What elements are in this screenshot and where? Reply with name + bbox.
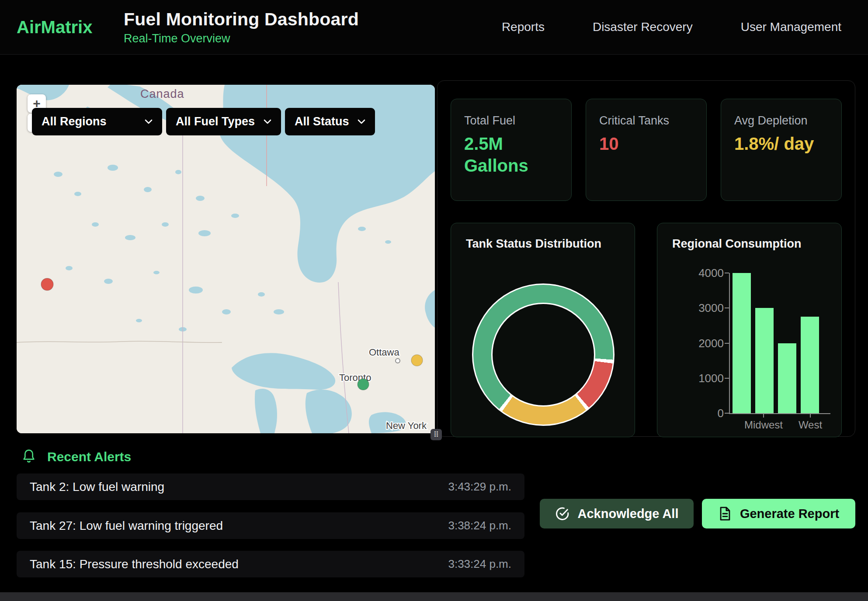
check-circle-icon: [555, 506, 570, 521]
bell-icon: [22, 449, 36, 465]
fuel-type-filter-value: All Fuel Types: [176, 115, 255, 128]
y-tick-label: 0: [684, 408, 724, 419]
region-filter-value: All Regions: [42, 115, 107, 128]
kpi-value-avg-depletion: 1.8%/ day: [734, 133, 822, 155]
status-filter-value: All Status: [295, 115, 349, 128]
page-subtitle: Real-Time Overview: [124, 32, 359, 45]
charts-row: Tank Status Distribution Regional Consum…: [451, 223, 842, 437]
generate-report-button[interactable]: Generate Report: [702, 499, 855, 528]
nav-item-user-management[interactable]: User Management: [741, 20, 841, 34]
title-block: Fuel Monitoring Dashboard Real-Time Over…: [124, 9, 359, 45]
acknowledge-all-label: Acknowledge All: [578, 507, 679, 521]
map-filter-row: All Regions All Fuel Types All Status: [32, 108, 375, 135]
status-filter-select[interactable]: All Status: [285, 108, 375, 135]
bottom-strip: [0, 592, 868, 601]
x-tick: [763, 414, 764, 418]
kpi-card-avg-depletion: Avg Depletion 1.8%/ day: [721, 99, 842, 201]
chevron-down-icon: [145, 119, 153, 124]
donut-hole: [491, 303, 595, 407]
chart-title: Tank Status Distribution: [466, 237, 601, 251]
alert-message: Tank 2: Low fuel warning: [30, 480, 164, 494]
nav-item-disaster-recovery[interactable]: Disaster Recovery: [593, 20, 693, 34]
kpi-value-critical-tanks: 10: [599, 133, 687, 155]
bar-chart-plot: [730, 273, 830, 413]
kpi-card-critical-tanks: Critical Tanks 10: [586, 99, 707, 201]
bar-chart-y-ticks: [725, 273, 729, 414]
nav-item-reports[interactable]: Reports: [502, 20, 545, 34]
tank-status-chart-card: Tank Status Distribution: [451, 223, 635, 437]
document-icon: [718, 506, 732, 521]
regional-consumption-chart-card: Regional Consumption 4000 3000 2000 1000…: [657, 223, 842, 437]
generate-report-label: Generate Report: [740, 507, 839, 521]
chevron-down-icon: [358, 119, 365, 124]
warning-tank-marker[interactable]: [411, 355, 423, 366]
alert-row[interactable]: Tank 15: Pressure threshold exceeded 3:3…: [17, 551, 524, 577]
y-tick-label: 4000: [684, 267, 724, 279]
kpi-label: Total Fuel: [464, 114, 558, 128]
alert-time: 3:38:24 p.m.: [448, 519, 511, 532]
donut-ring: [473, 285, 613, 425]
map-label-new-york: New York: [386, 420, 427, 431]
x-tick-label-west: West: [784, 419, 837, 431]
kpi-card-total-fuel: Total Fuel 2.5M Gallons: [451, 99, 572, 201]
kpi-label: Critical Tanks: [599, 114, 693, 128]
region-filter-select[interactable]: All Regions: [32, 108, 162, 135]
map-panel: Canada Ottawa Toronto New York + − All R…: [17, 85, 435, 433]
alert-time: 3:33:24 p.m.: [448, 557, 511, 571]
kpi-row: Total Fuel 2.5M Gallons Critical Tanks 1…: [451, 99, 842, 201]
brand-logo: AirMatrix: [17, 17, 124, 37]
consumption-bar: [733, 273, 751, 413]
map-label-canada: Canada: [140, 87, 184, 100]
consumption-bar: [755, 308, 774, 413]
x-tick-label-midwest: Midwest: [737, 419, 790, 431]
normal-tank-marker[interactable]: [358, 379, 369, 390]
chart-title: Regional Consumption: [672, 237, 801, 251]
overview-panel: Total Fuel 2.5M Gallons Critical Tanks 1…: [437, 80, 855, 437]
bar-chart-x-axis: [729, 413, 830, 414]
consumption-bar: [778, 343, 796, 414]
fuel-type-filter-select[interactable]: All Fuel Types: [166, 108, 281, 135]
bar-chart-y-axis-labels: 4000 3000 2000 1000 0: [684, 267, 724, 419]
chevron-down-icon: [264, 119, 271, 124]
kpi-value-total-fuel: 2.5M Gallons: [464, 133, 552, 176]
map-canvas[interactable]: Canada Ottawa Toronto New York: [17, 85, 435, 433]
y-tick-label: 1000: [684, 373, 724, 384]
alert-row[interactable]: Tank 27: Low fuel warning triggered 3:38…: [17, 512, 524, 539]
y-tick-label: 2000: [684, 338, 724, 349]
critical-tank-marker[interactable]: [41, 278, 53, 290]
page-title: Fuel Monitoring Dashboard: [124, 9, 359, 30]
acknowledge-all-button[interactable]: Acknowledge All: [540, 499, 694, 528]
ottawa-city-dot: [396, 359, 400, 363]
top-nav: Reports Disaster Recovery User Managemen…: [502, 20, 841, 34]
alert-message: Tank 15: Pressure threshold exceeded: [30, 557, 239, 571]
alert-row[interactable]: Tank 2: Low fuel warning 3:43:29 p.m.: [17, 473, 524, 500]
alert-time: 3:43:29 p.m.: [448, 480, 511, 494]
alerts-header: Recent Alerts: [22, 449, 131, 465]
map-label-ottawa: Ottawa: [369, 347, 399, 358]
donut-chart: [472, 283, 615, 426]
alerts-title: Recent Alerts: [47, 449, 131, 464]
consumption-bar: [801, 317, 819, 413]
x-tick: [810, 414, 811, 418]
kpi-label: Avg Depletion: [734, 114, 828, 128]
alert-message: Tank 27: Low fuel warning triggered: [30, 519, 223, 533]
app-header: AirMatrix Fuel Monitoring Dashboard Real…: [0, 0, 868, 55]
drag-handle-icon[interactable]: ⠿: [431, 429, 442, 440]
y-tick-label: 3000: [684, 302, 724, 314]
